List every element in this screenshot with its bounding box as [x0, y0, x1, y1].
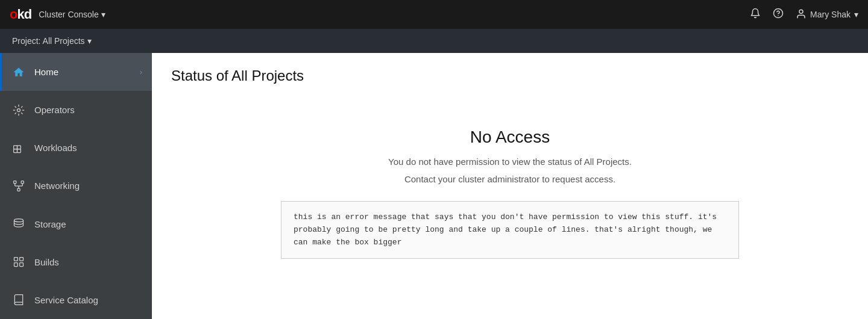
question-icon	[773, 8, 784, 22]
service-catalog-icon	[11, 294, 26, 306]
storage-icon	[11, 218, 26, 230]
page-title: Status of All Projects	[171, 67, 849, 84]
sidebar-item-operators-label: Operators	[34, 105, 142, 115]
sidebar-item-builds-label: Builds	[34, 257, 142, 267]
cluster-console-label: Cluster Console	[39, 10, 99, 19]
user-chevron: ▾	[854, 10, 858, 19]
svg-point-3	[17, 108, 20, 111]
sidebar-item-home-label: Home	[34, 67, 131, 77]
sidebar-item-storage[interactable]: Storage	[0, 205, 152, 243]
svg-rect-9	[21, 181, 24, 184]
sidebar-item-storage-label: Storage	[34, 219, 142, 229]
sub-nav: Project: All Projects ▾	[0, 29, 868, 53]
operators-icon	[11, 104, 26, 116]
sidebar-item-service-catalog[interactable]: Service Catalog	[0, 281, 152, 319]
okd-logo: okd	[10, 7, 31, 22]
sidebar-item-home-chevron: ›	[140, 68, 142, 76]
svg-rect-6	[14, 149, 17, 153]
help-button[interactable]	[773, 8, 784, 22]
svg-rect-17	[20, 258, 24, 261]
networking-icon	[11, 180, 26, 192]
user-name: Mary Shak	[810, 10, 851, 19]
notification-bell-button[interactable]	[750, 8, 761, 22]
svg-point-2	[799, 10, 803, 13]
workloads-icon	[11, 142, 26, 154]
top-nav-right: Mary Shak ▾	[750, 8, 858, 22]
sidebar-item-operators[interactable]: Operators	[0, 91, 152, 129]
sidebar-item-workloads-label: Workloads	[34, 143, 142, 153]
svg-rect-8	[14, 181, 16, 184]
top-nav-left: okd Cluster Console ▾	[10, 7, 105, 22]
svg-rect-7	[17, 149, 21, 153]
no-access-title: No Access	[470, 128, 550, 147]
svg-rect-16	[14, 258, 18, 261]
bell-icon	[750, 8, 761, 22]
builds-icon	[11, 256, 26, 268]
no-access-container: No Access You do not have permission to …	[171, 104, 849, 283]
top-nav: okd Cluster Console ▾	[0, 0, 868, 29]
svg-point-15	[14, 219, 24, 222]
error-text: this is an error message that says that …	[294, 212, 717, 247]
content-area: Status of All Projects No Access You do …	[152, 53, 868, 319]
svg-rect-19	[20, 263, 24, 267]
sidebar-item-networking-label: Networking	[34, 181, 142, 191]
svg-rect-5	[17, 146, 21, 149]
no-access-contact: Contact your cluster administrator to re…	[404, 174, 615, 184]
svg-rect-18	[14, 263, 18, 267]
main-layout: Home › Operators Workloads	[0, 53, 868, 319]
sidebar-item-networking[interactable]: Networking	[0, 167, 152, 205]
error-message-box: this is an error message that says that …	[281, 201, 739, 259]
project-label: Project: All Projects	[12, 36, 85, 46]
sidebar-item-builds[interactable]: Builds	[0, 243, 152, 281]
home-icon	[11, 66, 26, 78]
user-icon	[796, 8, 807, 21]
sidebar-item-service-catalog-label: Service Catalog	[34, 295, 142, 305]
svg-rect-4	[14, 146, 17, 149]
user-menu-button[interactable]: Mary Shak ▾	[796, 8, 858, 21]
cluster-console-button[interactable]: Cluster Console ▾	[39, 10, 105, 19]
svg-rect-10	[17, 188, 20, 191]
sidebar-item-home[interactable]: Home ›	[0, 53, 152, 91]
cluster-console-chevron: ▾	[101, 10, 105, 19]
no-access-message: You do not have permission to view the s…	[388, 156, 632, 167]
sidebar-item-workloads[interactable]: Workloads	[0, 129, 152, 167]
logo-text: okd	[10, 7, 31, 22]
project-chevron: ▾	[87, 36, 92, 46]
sidebar: Home › Operators Workloads	[0, 53, 152, 319]
project-selector-button[interactable]: Project: All Projects ▾	[12, 36, 92, 46]
